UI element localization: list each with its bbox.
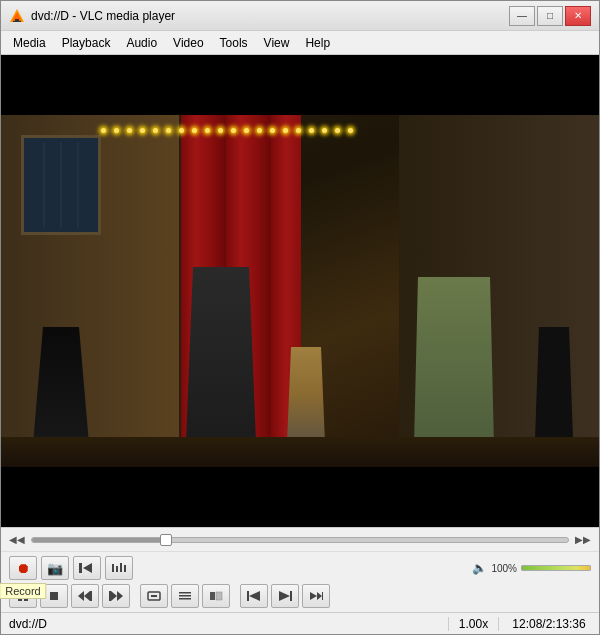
next-button[interactable] (102, 584, 130, 608)
video-area[interactable] (1, 55, 599, 527)
svg-marker-27 (249, 591, 260, 601)
volume-bar[interactable] (521, 565, 591, 571)
svg-rect-11 (24, 591, 28, 601)
bg-building (1, 115, 181, 467)
menu-item-help[interactable]: Help (297, 31, 338, 54)
window-controls: — □ ✕ (509, 6, 591, 26)
menu-item-media[interactable]: Media (5, 31, 54, 54)
svg-rect-15 (90, 591, 92, 601)
svg-rect-6 (112, 564, 114, 572)
menu-bar: Media Playback Audio Video Tools View He… (1, 31, 599, 55)
bg-window (21, 135, 101, 235)
stop-button[interactable] (40, 584, 68, 608)
vlc-icon (9, 8, 25, 24)
svg-rect-3 (13, 21, 21, 22)
record-button[interactable]: ⏺ Record (9, 556, 37, 580)
pause-icon (16, 590, 30, 602)
volume-area: 🔈 100% (472, 561, 591, 575)
prev-icon (78, 590, 92, 602)
prev-button[interactable] (71, 584, 99, 608)
controls-row2 (9, 584, 591, 608)
controls-area: ⏺ Record 📷 (1, 551, 599, 612)
record-icon: ⏺ (16, 560, 30, 576)
menu-item-audio[interactable]: Audio (118, 31, 165, 54)
webcam-icon: 📷 (47, 561, 63, 576)
playlist-button[interactable] (171, 584, 199, 608)
svg-rect-10 (18, 591, 22, 601)
aspect-button[interactable] (140, 584, 168, 608)
svg-marker-30 (310, 592, 317, 600)
movie-scene (1, 55, 599, 527)
svg-rect-21 (179, 592, 191, 594)
status-path: dvd://D (1, 617, 449, 631)
svg-marker-17 (117, 591, 123, 601)
playlist-icon (178, 590, 192, 602)
svg-rect-20 (151, 595, 157, 597)
svg-marker-14 (78, 591, 84, 601)
ground (1, 437, 599, 467)
svg-rect-8 (120, 563, 122, 572)
svg-marker-5 (83, 563, 92, 573)
seek-forward-button[interactable]: ▶▶ (575, 534, 591, 545)
menu-item-playback[interactable]: Playback (54, 31, 119, 54)
title-bar: dvd://D - VLC media player — □ ✕ (1, 1, 599, 31)
menu-item-video[interactable]: Video (165, 31, 211, 54)
svg-marker-16 (111, 591, 117, 601)
extended-button[interactable] (202, 584, 230, 608)
svg-rect-7 (116, 566, 118, 572)
volume-icon: 🔈 (472, 561, 487, 575)
svg-marker-13 (84, 591, 90, 601)
menu-item-view[interactable]: View (256, 31, 298, 54)
scene-content (1, 115, 599, 467)
chapter-back-icon (247, 590, 261, 602)
chapter-prev-button[interactable] (73, 556, 101, 580)
letterbox-bottom (1, 467, 599, 527)
svg-marker-29 (279, 591, 290, 601)
status-speed: 1.00x (449, 617, 499, 631)
volume-percent: 100% (491, 563, 517, 574)
vlc-window: dvd://D - VLC media player — □ ✕ Media P… (0, 0, 600, 635)
svg-rect-12 (50, 592, 58, 600)
aspect-icon (147, 590, 161, 602)
chapter-forward-button[interactable] (271, 584, 299, 608)
status-time: 12:08/2:13:36 (499, 617, 599, 631)
minimize-button[interactable]: — (509, 6, 535, 26)
chapter-prev-icon (79, 562, 95, 574)
menu-item-tools[interactable]: Tools (212, 31, 256, 54)
svg-rect-25 (216, 592, 222, 600)
pause-button[interactable] (9, 584, 37, 608)
svg-rect-23 (179, 598, 191, 600)
svg-rect-9 (124, 565, 126, 572)
status-bar: dvd://D 1.00x 12:08/2:13:36 (1, 612, 599, 634)
frame-button[interactable] (302, 584, 330, 608)
svg-rect-24 (210, 592, 215, 600)
seek-bar[interactable] (31, 537, 569, 543)
svg-rect-26 (247, 591, 249, 601)
svg-rect-28 (290, 591, 292, 601)
controls-row1: ⏺ Record 📷 (9, 556, 591, 580)
equalizer-button[interactable] (105, 556, 133, 580)
svg-marker-31 (317, 592, 322, 600)
close-button[interactable]: ✕ (565, 6, 591, 26)
chapter-back-button[interactable] (240, 584, 268, 608)
progress-thumb[interactable] (160, 534, 172, 546)
seek-back-button[interactable]: ◀◀ (9, 534, 25, 545)
eq-icon (111, 562, 127, 574)
snapshot-button[interactable]: 📷 (41, 556, 69, 580)
svg-rect-18 (109, 591, 111, 601)
stop-icon (47, 590, 61, 602)
string-lights (101, 120, 449, 140)
next-icon (109, 590, 123, 602)
progress-area: ◀◀ ▶▶ (1, 527, 599, 551)
svg-rect-32 (322, 592, 323, 600)
letterbox-top (1, 55, 599, 115)
svg-rect-4 (79, 563, 82, 573)
frame-icon (309, 590, 323, 602)
svg-rect-22 (179, 595, 191, 597)
window-title: dvd://D - VLC media player (31, 9, 509, 23)
extended-icon (209, 590, 223, 602)
maximize-button[interactable]: □ (537, 6, 563, 26)
progress-fill (32, 538, 166, 542)
chapter-forward-icon (278, 590, 292, 602)
